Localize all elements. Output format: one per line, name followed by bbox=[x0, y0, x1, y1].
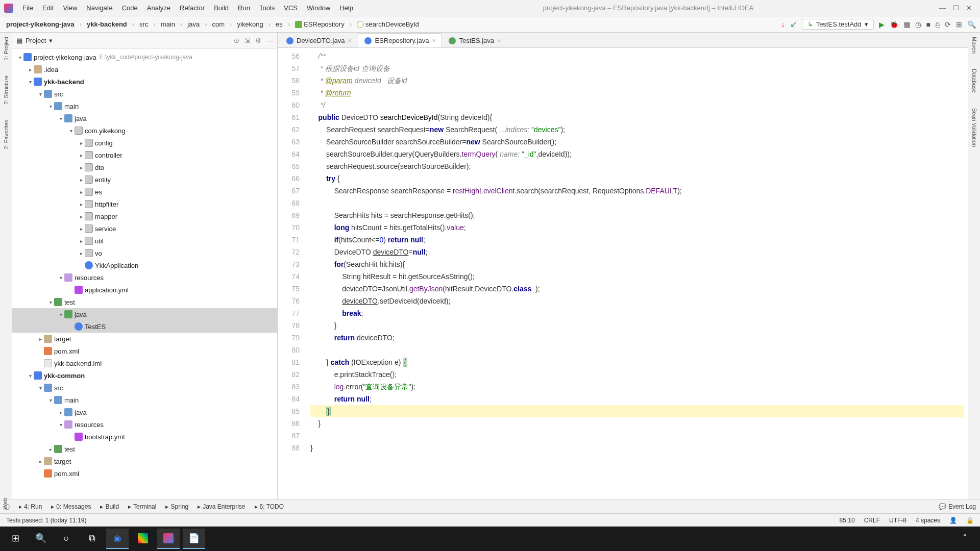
tree-node[interactable]: ▾java bbox=[12, 308, 277, 320]
tree-arrow-icon[interactable]: ▸ bbox=[78, 226, 85, 232]
tree-node[interactable]: ▸dto bbox=[12, 161, 277, 173]
tree-arrow-icon[interactable]: ▸ bbox=[78, 165, 85, 170]
inspections-icon[interactable]: 👤 bbox=[949, 517, 957, 524]
vscode-icon[interactable] bbox=[132, 529, 154, 549]
breadcrumb-file[interactable]: ESRepository bbox=[293, 19, 346, 30]
code-line[interactable]: try { bbox=[310, 172, 964, 185]
maximize-icon[interactable]: ☐ bbox=[953, 4, 959, 12]
code-line[interactable]: } catch (IOException e) { bbox=[310, 356, 964, 368]
tree-node[interactable]: ▾ykk-common bbox=[12, 369, 277, 382]
tray-chevron-icon[interactable]: ˄ bbox=[953, 529, 976, 549]
tree-node[interactable]: ▸bootstrap.yml bbox=[12, 431, 277, 443]
breadcrumb-item[interactable]: project-yikekong-java bbox=[4, 19, 77, 29]
tree-arrow-icon[interactable]: ▸ bbox=[57, 410, 64, 415]
tree-arrow-icon[interactable]: ▸ bbox=[37, 336, 44, 342]
tree-arrow-icon[interactable]: ▸ bbox=[78, 238, 85, 244]
tree-arrow-icon[interactable]: ▾ bbox=[47, 104, 54, 109]
tree-node[interactable]: ▸target bbox=[12, 333, 277, 345]
tree-node[interactable]: ▸controller bbox=[12, 149, 277, 161]
event-log-button[interactable]: 💬 Event Log bbox=[939, 503, 976, 510]
bottom-tool-messages[interactable]: ▸0: Messages bbox=[51, 503, 91, 510]
search-icon[interactable]: 🔍 bbox=[967, 20, 976, 29]
breadcrumb-item[interactable]: es bbox=[274, 19, 285, 29]
code-line[interactable]: searchSourceBuilder.query(QueryBuilders.… bbox=[310, 148, 964, 160]
tree-arrow-icon[interactable]: ▸ bbox=[47, 446, 54, 452]
breadcrumb-item[interactable]: ykk-backend bbox=[85, 19, 129, 29]
code-line[interactable]: deviceDTO=JsonUtil.getByJson(hitResult,D… bbox=[310, 283, 964, 295]
tree-node[interactable]: ▾resources bbox=[12, 271, 277, 284]
menu-file[interactable]: File bbox=[18, 2, 37, 14]
tree-arrow-icon[interactable]: ▸ bbox=[27, 67, 34, 72]
tree-node[interactable]: ▾project-yikekong-javaE:\ykk_code\projec… bbox=[12, 51, 277, 63]
code-line[interactable]: } bbox=[310, 417, 964, 430]
search-button[interactable]: 🔍 bbox=[30, 529, 52, 549]
breadcrumb-item[interactable]: src bbox=[137, 19, 150, 29]
code-line[interactable]: * @param deviceId 设备id bbox=[310, 74, 964, 87]
notepad-icon[interactable]: 📄 bbox=[183, 529, 205, 549]
rail-maven[interactable]: Maven bbox=[971, 37, 977, 54]
bottom-tool-todo[interactable]: ▸6: TODO bbox=[255, 503, 284, 510]
code-line[interactable]: if(hitsCount<=0) return null; bbox=[310, 234, 964, 246]
tree-node[interactable]: ▸httpfilter bbox=[12, 198, 277, 210]
gear-icon[interactable]: ⚙ bbox=[255, 37, 261, 44]
code-line[interactable]: SearchHits hits = searchResponse.getHits… bbox=[310, 209, 964, 221]
lock-icon[interactable]: 🔒 bbox=[966, 517, 974, 524]
tree-arrow-icon[interactable]: ▸ bbox=[78, 251, 85, 256]
left-rail-web[interactable]: Web bbox=[0, 494, 12, 513]
code-line[interactable]: e.printStackTrace(); bbox=[310, 368, 964, 381]
tree-arrow-icon[interactable]: ▾ bbox=[57, 312, 64, 317]
menu-edit[interactable]: Edit bbox=[38, 2, 58, 14]
tree-arrow-icon[interactable]: ▾ bbox=[47, 397, 54, 403]
tree-arrow-icon[interactable]: ▾ bbox=[57, 116, 64, 121]
run-button[interactable]: ▶ bbox=[879, 20, 885, 29]
tree-node[interactable]: ▾test bbox=[12, 296, 277, 308]
code-line[interactable]: /** bbox=[310, 50, 964, 62]
code-area[interactable]: 5657585960616263646566676869707172737475… bbox=[278, 48, 968, 499]
attach-button[interactable]: ⎙ bbox=[936, 20, 940, 29]
code-line[interactable]: DeviceDTO deviceDTO=null; bbox=[310, 246, 964, 258]
tree-arrow-icon[interactable]: ▸ bbox=[78, 153, 85, 158]
breadcrumb-item[interactable]: main bbox=[159, 19, 177, 29]
tree-arrow-icon[interactable]: ▾ bbox=[37, 385, 44, 391]
menu-navigate[interactable]: Navigate bbox=[82, 2, 116, 14]
code-line[interactable]: public DeviceDTO searchDeviceById(String… bbox=[310, 111, 964, 123]
code-line[interactable]: SearchSourceBuilder searchSourceBuilder=… bbox=[310, 136, 964, 148]
tree-arrow-icon[interactable]: ▾ bbox=[27, 79, 34, 85]
tree-node[interactable]: ▸util bbox=[12, 235, 277, 247]
code-line[interactable]: } bbox=[310, 405, 964, 417]
profile-button[interactable]: ◷ bbox=[915, 20, 921, 29]
rail-favorites[interactable]: 2: Favorites bbox=[3, 120, 9, 149]
chrome-icon[interactable]: ◉ bbox=[106, 529, 129, 549]
tree-arrow-icon[interactable]: ▾ bbox=[27, 373, 34, 379]
code-line[interactable] bbox=[310, 430, 964, 442]
tree-arrow-icon[interactable]: ▸ bbox=[37, 459, 44, 464]
menu-run[interactable]: Run bbox=[234, 2, 254, 14]
code-line[interactable]: searchRequest.source(searchSourceBuilder… bbox=[310, 160, 964, 172]
editor-tab[interactable]: TestES.java× bbox=[442, 33, 507, 47]
rail-structure[interactable]: 7: Structure bbox=[3, 76, 9, 105]
caret-position[interactable]: 85:10 bbox=[840, 517, 855, 524]
tree-arrow-icon[interactable]: ▾ bbox=[47, 299, 54, 305]
tree-node[interactable]: ▸java bbox=[12, 406, 277, 418]
code-line[interactable]: SearchRequest searchRequest=new SearchRe… bbox=[310, 123, 964, 136]
tree-node[interactable]: ▸config bbox=[12, 137, 277, 149]
tree-arrow-icon[interactable]: ▸ bbox=[78, 214, 85, 219]
code-line[interactable]: SearchResponse searchResponse = restHigh… bbox=[310, 185, 964, 197]
bottom-tool-spring[interactable]: ▸Spring bbox=[165, 503, 188, 510]
tree-node[interactable]: ▾java bbox=[12, 112, 277, 124]
tree-arrow-icon[interactable]: ▾ bbox=[57, 422, 64, 428]
update-icon[interactable]: ↙ bbox=[790, 19, 797, 29]
tree-node[interactable]: ▸pom.xml bbox=[12, 345, 277, 357]
code-line[interactable]: deviceDTO.setDeviceId(deviceId); bbox=[310, 295, 964, 307]
menu-analyze[interactable]: Analyze bbox=[143, 2, 175, 14]
tree-node[interactable]: ▸TestES bbox=[12, 320, 277, 333]
debug-button[interactable]: 🐞 bbox=[890, 20, 898, 29]
tree-node[interactable]: ▸ykk-backend.iml bbox=[12, 357, 277, 369]
run-configuration-select[interactable]: ↳ TestES.testAdd ▾ bbox=[802, 19, 874, 30]
menu-help[interactable]: Help bbox=[335, 2, 357, 14]
indent-settings[interactable]: 4 spaces bbox=[916, 517, 940, 524]
cortana-icon[interactable]: ○ bbox=[55, 529, 78, 549]
rail-database[interactable]: Database bbox=[971, 69, 977, 93]
code-line[interactable]: return deviceDTO; bbox=[310, 332, 964, 344]
menu-code[interactable]: Code bbox=[118, 2, 142, 14]
